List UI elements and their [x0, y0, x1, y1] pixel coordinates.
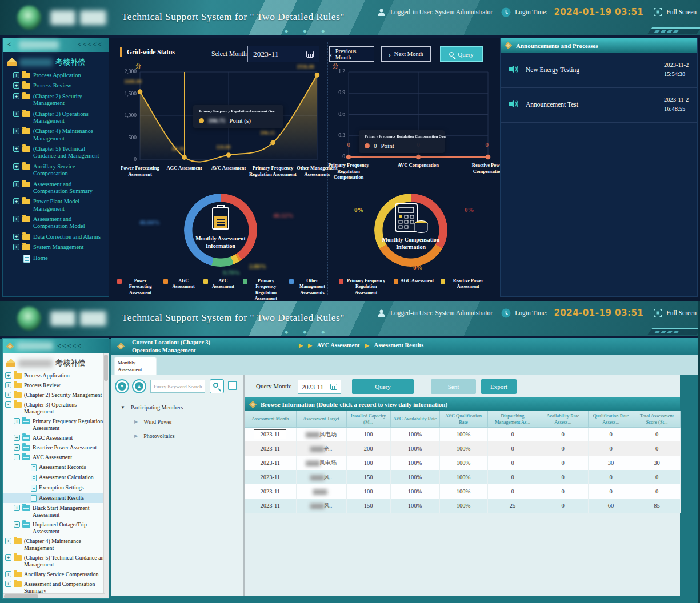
members-item[interactable]: ▶Wind Power — [111, 415, 243, 429]
sidebar-item[interactable]: +(Chapter 3) Operations Management — [3, 109, 109, 127]
tree-item[interactable]: +(Chapter 2) Security Management — [3, 390, 109, 400]
search-input[interactable] — [150, 380, 205, 393]
column-header[interactable]: Qualification Rate Assess... — [588, 411, 634, 427]
column-header[interactable]: Total Assessment Score (St... — [634, 411, 680, 427]
query-month-picker[interactable]: 2023-11 — [298, 380, 341, 394]
expand-icon[interactable]: + — [13, 216, 19, 222]
tab-monthly-assessment-results[interactable]: Monthly Assessment Results — [114, 357, 157, 375]
sidebar-item[interactable]: +(Chapter 4) Maintenance Management — [3, 126, 109, 144]
legend-item[interactable]: Primary Frequency Regulation Assessment — [243, 278, 282, 301]
sidebar-item[interactable]: +(Chapter 2) Security Management — [3, 91, 109, 109]
sidebar-item[interactable]: +Assessment and Compensation Model — [3, 214, 109, 232]
fullscreen-icon[interactable] — [653, 7, 662, 17]
sidebar-collapse-arrows[interactable]: <<<<< — [78, 41, 103, 49]
expand-all-button[interactable]: ▼ — [115, 379, 129, 393]
query-button[interactable]: Query — [440, 46, 483, 62]
sidebar-item[interactable]: +(Chapter 5) Technical Guidance and Mana… — [3, 144, 109, 162]
tree-item[interactable]: +(Chapter 4) Maintenance Management — [3, 536, 109, 553]
expand-icon[interactable]: + — [13, 163, 19, 170]
legend-item[interactable]: Primary Frequency Regulation Assessment — [339, 278, 387, 296]
expand-icon[interactable]: + — [13, 198, 19, 204]
month-picker[interactable]: 2023-11 — [247, 46, 319, 62]
members-item[interactable]: ▶Photovoltaics — [111, 429, 243, 443]
legend-item[interactable]: Other Management Assessments — [289, 278, 329, 296]
table-row[interactable]: 2023-11▇▇▇▇风电场100100%100%003030 — [245, 456, 680, 470]
fullscreen-icon[interactable] — [653, 308, 662, 317]
expand-icon[interactable]: + — [14, 418, 20, 424]
sidebar-item[interactable]: +Data Correction and Alarms — [3, 232, 109, 242]
sidebar-root[interactable]: 考核补偿 — [3, 52, 109, 70]
table-row[interactable]: 2023-11▇▇▇▇光..200100%100%0000 — [245, 441, 680, 456]
expand-icon[interactable]: + — [14, 521, 20, 528]
tree-item[interactable]: +Black Start Management Assessment — [3, 503, 109, 520]
sidebar-item[interactable]: +Ancillary Service Compensation — [3, 162, 109, 179]
tree-item[interactable]: +Unplanned Outage/Trip Assessment — [3, 520, 109, 536]
sidebar-item[interactable]: +Process Application — [3, 70, 109, 81]
column-header[interactable]: Dispatching Management As... — [487, 411, 538, 427]
announcement-item[interactable]: New Energy Testing2023-11-215:54:38 — [501, 53, 697, 88]
expand-icon[interactable]: + — [5, 581, 11, 587]
sidebar-root[interactable]: 考核补偿 — [3, 355, 109, 371]
breadcrumb-item[interactable]: Assessment Results — [374, 342, 424, 348]
legend-item[interactable]: AVC Assessment — [203, 278, 236, 290]
expand-icon[interactable]: + — [5, 554, 11, 561]
query-button[interactable]: Query — [352, 379, 414, 394]
breadcrumb-item[interactable]: AVC Assessment — [317, 342, 360, 348]
members-root[interactable]: ▼Participating Members — [111, 400, 243, 415]
expand-icon[interactable]: + — [13, 111, 19, 117]
legend-item[interactable]: Power Forecasting Assessment — [117, 278, 157, 296]
expand-icon[interactable]: + — [13, 93, 19, 99]
vertical-scrollbar[interactable] — [103, 353, 109, 598]
expand-icon[interactable]: + — [13, 72, 19, 78]
sidebar-item[interactable]: +System Management — [3, 242, 109, 252]
column-header[interactable]: Installed Capacity (M... — [346, 411, 390, 427]
search-button[interactable] — [210, 379, 224, 393]
tree-item[interactable]: +Ancillary Service Compensation — [3, 569, 109, 579]
sidebar-collapse-arrows[interactable]: <<<<< — [57, 342, 82, 351]
previous-month-button[interactable]: ‹ Previous Month — [329, 46, 374, 62]
sidebar-item[interactable]: +Process Review — [3, 81, 109, 91]
legend-item[interactable]: Reactive Power Assessment — [441, 278, 489, 290]
sidebar-back-arrow[interactable]: < — [7, 41, 11, 49]
column-header[interactable]: AVC Availability Rate — [390, 411, 439, 427]
filter-checkbox[interactable] — [228, 381, 237, 390]
sent-button[interactable]: Sent — [431, 379, 476, 394]
export-button[interactable]: Export — [481, 379, 517, 394]
column-header[interactable]: AVC Qualification Rate — [439, 411, 487, 427]
expand-icon[interactable]: + — [13, 181, 19, 187]
sidebar-item[interactable]: +Assessment and Compensation Summary — [3, 179, 109, 197]
fullscreen-label[interactable]: Full Screen — [666, 9, 697, 15]
scrollbar-thumb[interactable] — [104, 355, 108, 381]
column-header[interactable]: Assessment Month — [245, 411, 296, 427]
tree-item[interactable]: Assessment Records — [3, 462, 109, 472]
announcement-item[interactable]: Announcement Test2023-11-216:48:55 — [501, 88, 697, 123]
expand-icon[interactable]: + — [13, 82, 19, 89]
expand-icon[interactable]: + — [5, 571, 11, 577]
expand-icon[interactable]: + — [13, 234, 19, 240]
tree-item[interactable]: -(Chapter 3) Operations Management — [3, 400, 109, 416]
expand-icon[interactable]: + — [13, 128, 19, 134]
tree-item[interactable]: +Primary Frequency Regulation Assessment — [3, 416, 109, 433]
tree-item[interactable]: +Process Application — [3, 371, 109, 380]
tree-item[interactable]: -AVC Assessment — [3, 452, 109, 462]
expand-icon[interactable]: + — [14, 444, 20, 451]
tree-item[interactable]: +Process Review — [3, 380, 109, 390]
column-header[interactable]: Assessment Target — [296, 411, 346, 427]
expand-icon[interactable]: + — [5, 382, 11, 388]
horizontal-scrollbar[interactable] — [3, 593, 105, 598]
table-row[interactable]: 2023-11▇▇▇▇风..150100%100%0000 — [245, 470, 680, 484]
expand-icon[interactable]: + — [13, 146, 19, 152]
tree-item[interactable]: +Reactive Power Assessment — [3, 443, 109, 452]
next-month-button[interactable]: › Next Month — [381, 46, 431, 62]
sidebar-item[interactable]: +Power Plant Model Management — [3, 196, 109, 214]
tree-item[interactable]: +(Chapter 5) Technical Guidance and Mana… — [3, 553, 109, 569]
tree-item[interactable]: Exemption Settings — [3, 483, 109, 493]
tree-item-selected[interactable]: Assessment Results — [3, 493, 109, 503]
fullscreen-label[interactable]: Full Screen — [666, 309, 697, 316]
legend-item[interactable]: AGC Assessment — [394, 278, 434, 284]
table-row[interactable]: 2023-11▇▇▇▇..100100%100%0000 — [245, 484, 680, 499]
legend-item[interactable]: AGC Assessment — [163, 278, 197, 290]
column-header[interactable]: Availability Rate Assess... — [538, 411, 588, 427]
expand-icon[interactable]: + — [14, 505, 20, 511]
tree-item[interactable]: Assessment Calculation — [3, 472, 109, 483]
